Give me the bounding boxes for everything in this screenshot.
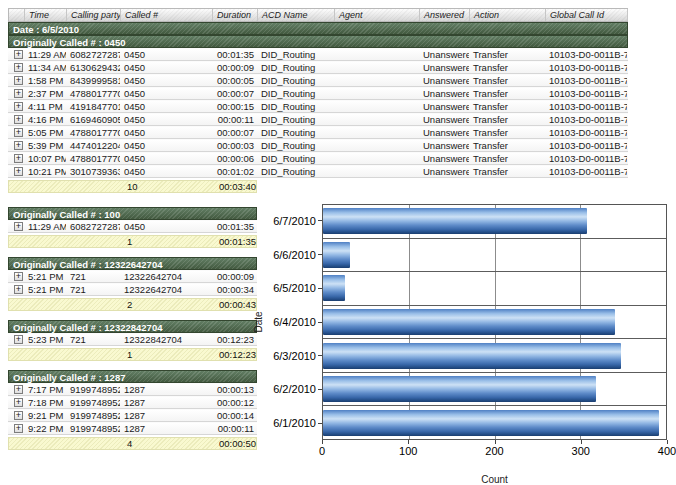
expand-row-button[interactable]: + xyxy=(14,424,23,433)
cell-expand: + xyxy=(8,75,24,86)
expand-row-button[interactable]: + xyxy=(14,115,23,124)
chart-bar-2 xyxy=(323,275,345,301)
expand-row-button[interactable]: + xyxy=(14,398,23,407)
cell-called: 0450 xyxy=(120,127,212,138)
cell-global_id: 10103-D0-0011B-768 xyxy=(545,49,627,60)
cell-agent xyxy=(334,140,419,151)
column-header-global_id: Global Call Id xyxy=(546,9,628,21)
cell-called: 12322642704 xyxy=(120,271,212,282)
expand-row-button[interactable]: + xyxy=(14,89,23,98)
y-tick-label: 6/4/2010 xyxy=(264,305,322,339)
cell-time: 4:16 PM xyxy=(24,114,66,125)
group-0: Originally Called # : 0450+11:29 AM60827… xyxy=(8,35,628,193)
cell-calling: 6082727287 xyxy=(66,221,120,232)
summary-total-duration: 00:12:23 xyxy=(213,349,256,360)
cell-time: 5:21 PM xyxy=(24,284,66,295)
expand-row-button[interactable]: + xyxy=(14,50,23,59)
x-tick-mark xyxy=(667,440,668,444)
x-tick-label: 400 xyxy=(658,445,676,457)
x-tick-label: 100 xyxy=(399,445,417,457)
cell-duration: 00:01:35 xyxy=(212,221,257,232)
summary-spacer xyxy=(9,181,121,192)
summary-call-count: 1 xyxy=(121,349,213,360)
expand-row-button[interactable]: + xyxy=(14,102,23,111)
cell-agent xyxy=(334,153,419,164)
cell-expand: + xyxy=(8,49,24,60)
cell-duration: 00:00:15 xyxy=(212,101,257,112)
plot-category-row xyxy=(323,272,666,306)
summary-call-count: 2 xyxy=(121,299,213,310)
cell-called: 0450 xyxy=(120,114,212,125)
column-header-agent: Agent xyxy=(335,9,420,21)
expand-row-button[interactable]: + xyxy=(14,76,23,85)
cell-agent xyxy=(334,75,419,86)
cell-duration: 00:00:34 xyxy=(212,284,257,295)
expand-row-button[interactable]: + xyxy=(14,335,23,344)
expand-row-button[interactable]: + xyxy=(14,141,23,150)
cell-duration: 00:00:07 xyxy=(212,88,257,99)
expand-row-button[interactable]: + xyxy=(14,154,23,163)
cell-time: 9:22 PM xyxy=(24,423,66,434)
table-row: +5:39 PM4474012204045000:00:03DID_Routin… xyxy=(8,139,628,152)
cell-answered: Unanswered xyxy=(419,49,469,60)
cell-acd: DID_Routing xyxy=(257,127,334,138)
cell-duration: 00:00:11 xyxy=(212,114,257,125)
table-row: +5:21 PM7211232264270400:00:34 xyxy=(8,283,257,296)
x-tick-mark xyxy=(495,440,496,444)
cell-duration: 00:00:09 xyxy=(212,62,257,73)
column-header-action: Action xyxy=(470,9,546,21)
cell-answered: Unanswered xyxy=(419,140,469,151)
cell-action: Transfer xyxy=(469,140,545,151)
table-row: +5:23 PM7211232284270400:12:23 xyxy=(8,333,257,346)
expand-row-button[interactable]: + xyxy=(14,63,23,72)
expand-row-button[interactable]: + xyxy=(14,222,23,231)
cell-acd: DID_Routing xyxy=(257,153,334,164)
cell-duration: 00:00:03 xyxy=(212,140,257,151)
x-tick-label: 200 xyxy=(485,445,503,457)
cell-agent xyxy=(334,114,419,125)
column-header-acd: ACD Name xyxy=(258,9,335,21)
cell-time: 9:21 PM xyxy=(24,410,66,421)
table-row: +11:34 AM6130629432045000:00:09DID_Routi… xyxy=(8,61,628,74)
cell-acd: DID_Routing xyxy=(257,101,334,112)
cell-agent xyxy=(334,101,419,112)
cell-duration: 00:00:14 xyxy=(212,410,257,421)
cell-time: 7:17 PM xyxy=(24,384,66,395)
cell-duration: 00:00:13 xyxy=(212,384,257,395)
expand-row-button[interactable]: + xyxy=(14,272,23,281)
y-tick-label: 6/2/2010 xyxy=(264,373,322,407)
cell-duration: 00:00:05 xyxy=(212,75,257,86)
cell-calling: 6082727287 xyxy=(66,49,120,60)
cell-called: 12322842704 xyxy=(120,334,212,345)
cell-time: 10:21 PM xyxy=(24,166,66,177)
chart-bar-0 xyxy=(323,208,587,234)
group-header-band: Originally Called # : 12322642704 xyxy=(8,257,257,270)
cell-calling: 4788017770 xyxy=(66,127,120,138)
cell-duration: 00:00:07 xyxy=(212,127,257,138)
x-axis-title: Count xyxy=(322,474,667,485)
cell-calling: 4788017770 xyxy=(66,153,120,164)
cell-calling: 9199748952 xyxy=(66,423,120,434)
cell-calling: 4191847701 xyxy=(66,101,120,112)
cell-time: 4:11 PM xyxy=(24,101,66,112)
column-header-row: TimeCalling party #Called #DurationACD N… xyxy=(8,8,628,22)
cell-duration: 00:12:23 xyxy=(212,334,257,345)
cell-agent xyxy=(334,166,419,177)
table-row: +4:16 PM6169460905045000:00:11DID_Routin… xyxy=(8,113,628,126)
cell-action: Transfer xyxy=(469,127,545,138)
expand-row-button[interactable]: + xyxy=(14,128,23,137)
expand-row-button[interactable]: + xyxy=(14,167,23,176)
table-row: +4:11 PM4191847701045000:00:15DID_Routin… xyxy=(8,100,628,113)
column-header-duration: Duration xyxy=(213,9,258,21)
cell-action: Transfer xyxy=(469,88,545,99)
expand-row-button[interactable]: + xyxy=(14,385,23,394)
cell-calling: 6130629432 xyxy=(66,62,120,73)
expand-row-button[interactable]: + xyxy=(14,411,23,420)
group-summary-row: 1000:03:40 xyxy=(8,180,257,193)
cell-acd: DID_Routing xyxy=(257,49,334,60)
cell-duration: 00:01:02 xyxy=(212,166,257,177)
cell-global_id: 10103-D0-0011B-774 xyxy=(545,127,627,138)
expand-row-button[interactable]: + xyxy=(14,285,23,294)
cell-called: 0450 xyxy=(120,75,212,86)
y-tick-label: 6/7/2010 xyxy=(264,204,322,238)
